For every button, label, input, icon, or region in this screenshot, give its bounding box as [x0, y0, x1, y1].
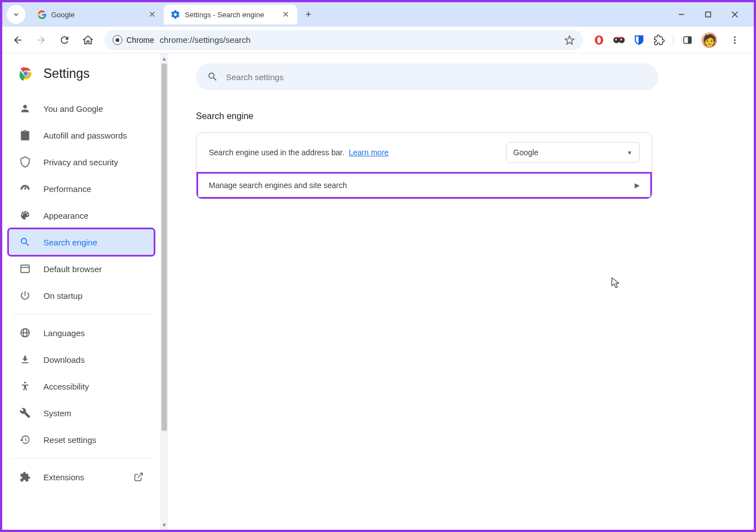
nav-label: Accessibility: [43, 382, 89, 391]
bookmark-star-icon[interactable]: [564, 35, 575, 46]
selected-engine: Google: [513, 148, 538, 157]
extension-eyes-icon[interactable]: [613, 34, 625, 46]
nav-autofill[interactable]: Autofill and passwords: [9, 122, 154, 148]
section-title: Search engine: [196, 111, 720, 121]
browser-window-icon: [19, 263, 31, 275]
tab-title: Settings - Search engine: [185, 11, 276, 19]
search-engine-card: Search engine used in the address bar. L…: [196, 132, 652, 199]
extension-icons: 🧑: [590, 30, 748, 50]
new-tab-button[interactable]: +: [300, 6, 317, 23]
nav-accessibility[interactable]: Accessibility: [9, 373, 154, 399]
speedometer-icon: [19, 183, 31, 195]
tab-close-button[interactable]: ✕: [147, 9, 157, 19]
chrome-label: Chrome: [126, 36, 154, 45]
nav-tertiary: Extensions: [2, 464, 160, 490]
nav-downloads[interactable]: Downloads: [9, 347, 154, 372]
tab-close-button[interactable]: ✕: [281, 9, 291, 19]
google-favicon-icon: [37, 9, 47, 19]
nav-reset[interactable]: Reset settings: [9, 427, 154, 452]
accessibility-icon: [19, 380, 31, 392]
tab-search-button[interactable]: [7, 5, 26, 24]
address-bar[interactable]: Chrome chrome://settings/search: [105, 30, 583, 50]
svg-rect-12: [616, 37, 623, 38]
chrome-icon: [112, 35, 122, 45]
search-engine-select[interactable]: Google ▼: [506, 142, 640, 163]
nav-label: Default browser: [43, 264, 102, 274]
nav-languages[interactable]: Languages: [9, 320, 154, 346]
nav-divider: [12, 314, 150, 314]
extension-bitwarden-icon[interactable]: [633, 34, 645, 46]
forward-button[interactable]: [31, 30, 51, 50]
nav-extensions[interactable]: Extensions: [9, 464, 154, 490]
history-icon: [19, 434, 31, 446]
clipboard-icon: [19, 129, 31, 141]
search-icon: [19, 236, 31, 248]
power-icon: [19, 289, 31, 302]
toolbar-divider: [673, 35, 674, 46]
sidebar-title: Settings: [43, 66, 90, 81]
sidebar-scrollbar[interactable]: ▲ ▼: [160, 53, 168, 530]
site-identity-chip[interactable]: Chrome: [112, 35, 154, 45]
close-window-button[interactable]: [727, 7, 743, 22]
window-controls: [665, 2, 752, 27]
nav-appearance[interactable]: Appearance: [9, 203, 154, 228]
nav-label: You and Google: [43, 104, 103, 114]
scroll-up-icon[interactable]: ▲: [160, 55, 168, 62]
learn-more-link[interactable]: Learn more: [349, 148, 389, 157]
tab-google[interactable]: Google ✕: [30, 4, 164, 24]
nav-on-startup[interactable]: On startup: [9, 283, 154, 308]
svg-point-16: [734, 39, 736, 41]
nav-label: Performance: [43, 184, 91, 194]
settings-main: Search engine Search engine used in the …: [168, 53, 754, 530]
nav-privacy[interactable]: Privacy and security: [9, 149, 154, 175]
sidebar-container: Settings You and Google Autofill and pas…: [2, 53, 168, 530]
side-panel-icon[interactable]: [681, 34, 694, 46]
extensions-puzzle-icon[interactable]: [653, 34, 665, 46]
home-button[interactable]: [78, 30, 98, 50]
scroll-down-icon[interactable]: ▼: [160, 521, 168, 529]
minimize-button[interactable]: [674, 7, 689, 22]
caret-down-icon: ▼: [627, 150, 632, 156]
maximize-button[interactable]: [700, 7, 716, 22]
nav-system[interactable]: System: [9, 400, 154, 426]
content-area: Settings You and Google Autofill and pas…: [2, 53, 754, 530]
extension-opera-icon[interactable]: [593, 34, 605, 46]
back-button[interactable]: [8, 30, 28, 50]
nav-divider: [12, 458, 150, 459]
chevron-down-icon: [12, 11, 20, 18]
nav-label: Privacy and security: [43, 157, 118, 167]
row-description: Search engine used in the address bar. L…: [209, 148, 389, 157]
svg-point-11: [620, 38, 622, 40]
puzzle-icon: [19, 471, 31, 483]
search-settings-input[interactable]: [226, 72, 647, 82]
browser-menu-button[interactable]: [725, 30, 745, 50]
download-icon: [19, 353, 31, 366]
svg-rect-21: [21, 265, 30, 272]
nav-search-engine[interactable]: Search engine: [9, 229, 154, 255]
reload-button[interactable]: [55, 30, 75, 50]
wrench-icon: [19, 407, 31, 419]
url-text: chrome://settings/search: [160, 35, 558, 45]
svg-point-10: [615, 38, 617, 40]
nav-default-browser[interactable]: Default browser: [9, 256, 154, 282]
search-settings-box[interactable]: [196, 63, 658, 90]
svg-point-15: [734, 36, 736, 38]
row-label: Manage search engines and site search: [209, 181, 347, 190]
svg-point-17: [734, 42, 736, 43]
nav-you-and-google[interactable]: You and Google: [9, 96, 154, 121]
svg-point-5: [116, 38, 120, 42]
person-icon: [19, 102, 31, 115]
globe-icon: [19, 327, 31, 339]
settings-gear-icon: [170, 9, 180, 19]
tab-settings[interactable]: Settings - Search engine ✕: [164, 4, 297, 24]
nav-label: Appearance: [43, 211, 89, 220]
mouse-cursor-icon: [611, 277, 620, 289]
chrome-logo-icon: [18, 66, 33, 81]
profile-avatar[interactable]: 🧑: [701, 32, 717, 48]
scrollbar-thumb[interactable]: [161, 63, 167, 431]
svg-point-20: [23, 71, 28, 76]
sidebar-header: Settings: [2, 53, 160, 95]
manage-search-engines-row[interactable]: Manage search engines and site search ▶: [197, 172, 652, 199]
nav-label: Languages: [43, 328, 85, 338]
nav-performance[interactable]: Performance: [9, 176, 154, 201]
